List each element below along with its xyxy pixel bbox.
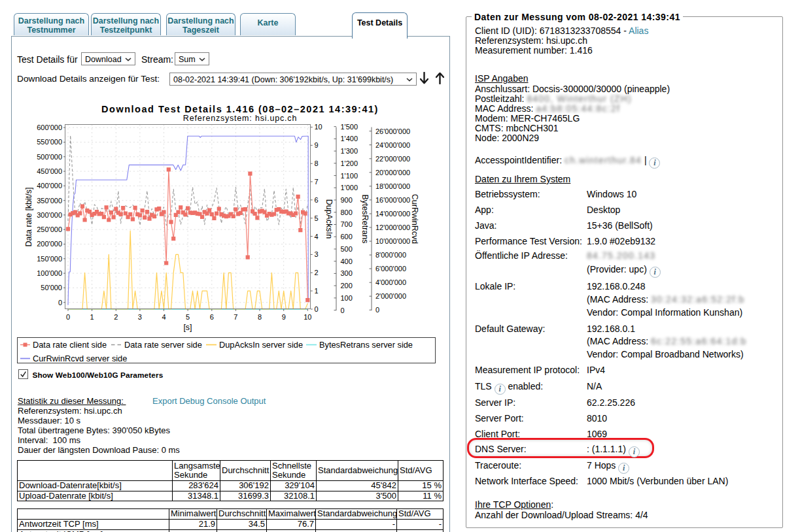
svg-text:1'000: 1'000 xyxy=(341,184,358,191)
svg-text:1: 1 xyxy=(315,287,319,295)
svg-text:14'000'000: 14'000'000 xyxy=(375,210,410,218)
svg-text:5: 5 xyxy=(315,214,319,222)
svg-text:4'000'000: 4'000'000 xyxy=(375,278,406,286)
svg-text:0: 0 xyxy=(341,307,345,314)
svg-text:CurRwinRcvd: CurRwinRcvd xyxy=(410,194,419,244)
svg-text:300'000: 300'000 xyxy=(37,211,62,219)
svg-text:Referenzsystem: hsi.upc.ch: Referenzsystem: hsi.upc.ch xyxy=(183,114,297,123)
svg-text:7: 7 xyxy=(315,178,319,186)
svg-text:1'400: 1'400 xyxy=(341,135,358,142)
svg-text:22'000'000: 22'000'000 xyxy=(375,155,410,163)
svg-text:2: 2 xyxy=(315,269,319,276)
svg-text:500'000: 500'000 xyxy=(37,153,62,161)
svg-text:350'000: 350'000 xyxy=(37,197,62,205)
svg-text:3: 3 xyxy=(138,313,142,321)
svg-text:18'000'000: 18'000'000 xyxy=(375,182,410,190)
svg-text:9: 9 xyxy=(315,141,319,149)
svg-text:Download Test Details 1.416 (0: Download Test Details 1.416 (08–02–2021 … xyxy=(101,104,379,114)
svg-text:1'500: 1'500 xyxy=(341,123,358,131)
svg-text:450'000: 450'000 xyxy=(37,167,62,175)
svg-text:800: 800 xyxy=(341,208,353,216)
svg-text:7: 7 xyxy=(234,313,237,321)
svg-text:300: 300 xyxy=(341,269,353,277)
svg-text:500: 500 xyxy=(341,245,353,253)
svg-text:12'000'000: 12'000'000 xyxy=(375,224,410,231)
svg-text:100'000: 100'000 xyxy=(37,269,62,277)
svg-text:24'000'000: 24'000'000 xyxy=(375,141,410,149)
svg-text:6'000'000: 6'000'000 xyxy=(375,265,406,273)
svg-text:Data rate [kbit/s]: Data rate [kbit/s] xyxy=(24,187,33,246)
svg-text:[s]: [s] xyxy=(183,323,192,332)
svg-text:8'000'000: 8'000'000 xyxy=(375,251,406,259)
svg-text:400'000: 400'000 xyxy=(37,182,62,190)
svg-text:1'300: 1'300 xyxy=(341,147,358,155)
svg-text:10'000'000: 10'000'000 xyxy=(375,237,410,245)
svg-text:550'000: 550'000 xyxy=(37,138,62,146)
svg-text:16'000'000: 16'000'000 xyxy=(375,196,410,204)
svg-text:2'000'000: 2'000'000 xyxy=(375,292,406,300)
svg-text:20'000'000: 20'000'000 xyxy=(375,169,410,176)
svg-text:600: 600 xyxy=(341,233,353,241)
svg-text:DupAcksIn: DupAcksIn xyxy=(324,199,334,239)
svg-text:4: 4 xyxy=(315,233,319,241)
svg-text:1'100: 1'100 xyxy=(341,172,358,180)
svg-text:26'000'000: 26'000'000 xyxy=(375,127,410,135)
svg-text:50'000: 50'000 xyxy=(41,284,62,291)
svg-text:200: 200 xyxy=(341,282,353,290)
svg-text:6: 6 xyxy=(315,196,319,204)
svg-text:10: 10 xyxy=(315,123,322,131)
svg-text:0: 0 xyxy=(315,305,319,313)
svg-text:700: 700 xyxy=(341,220,353,228)
svg-text:0: 0 xyxy=(375,306,379,314)
svg-text:5: 5 xyxy=(186,313,190,321)
svg-text:400: 400 xyxy=(341,258,353,265)
svg-text:1: 1 xyxy=(90,313,94,321)
svg-text:10: 10 xyxy=(304,313,311,321)
svg-text:BytesRetrans: BytesRetrans xyxy=(360,194,370,243)
svg-text:4: 4 xyxy=(162,313,165,321)
svg-text:8: 8 xyxy=(315,159,319,167)
svg-text:6: 6 xyxy=(210,313,214,321)
svg-text:150'000: 150'000 xyxy=(37,255,62,263)
svg-text:200'000: 200'000 xyxy=(37,240,62,248)
svg-text:0: 0 xyxy=(58,299,62,307)
svg-text:0: 0 xyxy=(66,313,70,321)
svg-text:2: 2 xyxy=(114,313,118,321)
svg-text:600'000: 600'000 xyxy=(37,124,62,131)
svg-text:3: 3 xyxy=(315,250,319,258)
svg-text:100: 100 xyxy=(341,294,353,302)
svg-text:8: 8 xyxy=(258,313,262,321)
svg-text:1'200: 1'200 xyxy=(341,159,358,167)
svg-text:250'000: 250'000 xyxy=(37,225,62,233)
svg-text:9: 9 xyxy=(282,313,286,321)
svg-text:900: 900 xyxy=(341,196,353,204)
